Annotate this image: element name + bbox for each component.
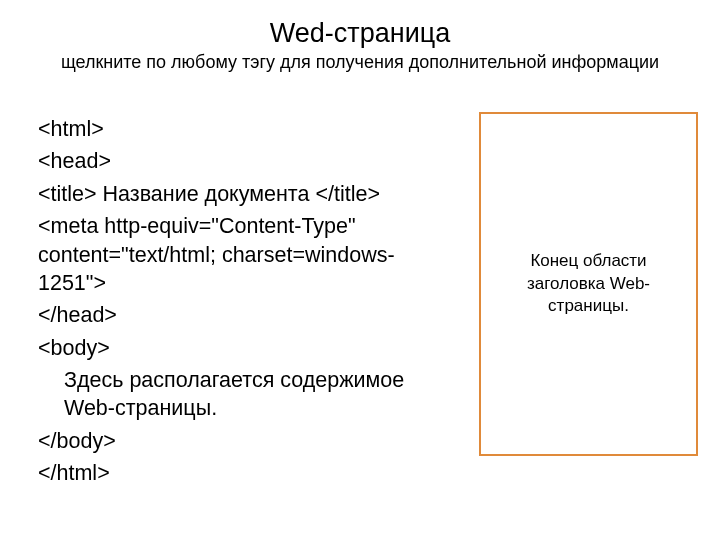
- tag-body-close[interactable]: </body>: [38, 427, 458, 455]
- tag-head-open[interactable]: <head>: [38, 147, 458, 175]
- code-listing: <html> <head> <title> Название документа…: [38, 115, 458, 492]
- tag-body-open[interactable]: <body>: [38, 334, 458, 362]
- page-title: Wed-страница: [0, 18, 720, 49]
- info-panel: Конец области заголовка Web-страницы.: [479, 112, 698, 456]
- tag-title[interactable]: <title> Название документа </title>: [38, 180, 458, 208]
- page-subtitle: щелкните по любому тэгу для получения до…: [50, 51, 670, 74]
- info-panel-text: Конец области заголовка Web-страницы.: [481, 250, 696, 319]
- tag-meta[interactable]: <meta http-equiv="Content-Type" content=…: [38, 212, 458, 297]
- body-content-text: Здесь располагается содержимое Web-стран…: [38, 366, 458, 423]
- tag-html-open[interactable]: <html>: [38, 115, 458, 143]
- tag-head-close[interactable]: </head>: [38, 301, 458, 329]
- tag-html-close[interactable]: </html>: [38, 459, 458, 487]
